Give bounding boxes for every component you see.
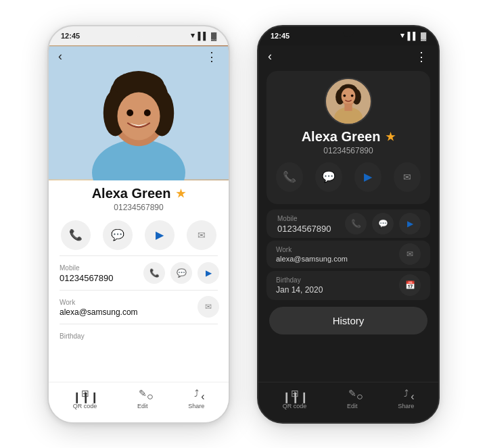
divider-2-light [60, 290, 218, 291]
svg-point-9 [126, 109, 133, 116]
message-button-dark[interactable]: 💬 [315, 162, 342, 192]
svg-rect-18 [344, 103, 352, 110]
mobile-row-light: Mobile 01234567890 📞 💬 ▶ [49, 259, 229, 287]
mobile-call-light[interactable]: 📞 [143, 262, 165, 284]
screen-light: ‹ ⋮ [49, 45, 229, 382]
svg-point-19 [343, 94, 346, 97]
work-row-light: Work alexa@samsung.com ✉ [49, 293, 229, 321]
mobile-video-light[interactable]: ▶ [198, 262, 219, 284]
email-icon-action-dark: ✉ [403, 172, 411, 182]
recent-gesture-dark[interactable]: ❙❙❙ [282, 391, 308, 403]
contact-name-dark: Alexa Green ★ [276, 129, 421, 145]
email-button-dark[interactable]: ✉ [394, 162, 421, 192]
wifi-icon-dark: ▾ [400, 31, 404, 40]
home-gesture-light[interactable]: ○ [147, 391, 154, 403]
back-button-dark[interactable]: ‹ [268, 49, 272, 64]
notch-dark [343, 26, 354, 37]
video-button-dark[interactable]: ▶ [354, 162, 381, 192]
status-icons-dark: ▾ ▌▌ ▓ [400, 31, 426, 40]
action-row-dark: 📞 💬 ▶ ✉ [276, 162, 421, 192]
msg-icon-s-dark: 💬 [378, 219, 388, 228]
video-icon-small-light: ▶ [206, 268, 212, 278]
mobile-actions-light: 📞 💬 ▶ [143, 262, 219, 284]
call-button-light[interactable]: 📞 [61, 220, 91, 250]
divider-1-light [60, 255, 218, 256]
message-icon-light: 💬 [111, 228, 124, 241]
cal-btn-dark[interactable]: 📅 [399, 274, 421, 296]
light-phone: 12:45 ▾ ▌▌ ▓ ‹ ⋮ [47, 25, 230, 424]
svg-point-20 [351, 94, 354, 97]
top-nav-dark: ‹ ⋮ [258, 45, 438, 67]
history-button-dark[interactable]: History [269, 307, 427, 334]
more-button-dark[interactable]: ⋮ [415, 49, 429, 64]
birthday-label-light: Birthday [60, 332, 218, 340]
work-row-dark: Work alexa@samsung.com ✉ [266, 241, 430, 268]
status-icons-light: ▾ ▌▌ ▓ [191, 31, 216, 40]
star-icon-light[interactable]: ★ [176, 187, 185, 200]
mobile-actions-dark: 📞 💬 ▶ [345, 213, 421, 234]
home-gesture-dark[interactable]: ○ [356, 391, 363, 403]
email-btn-dark[interactable]: ✉ [399, 243, 421, 265]
top-nav-light: ‹ ⋮ [49, 45, 229, 67]
contact-phone-top-dark: 01234567890 [276, 146, 421, 155]
work-email-action-light[interactable]: ✉ [198, 296, 219, 318]
gesture-bar-dark: ❙❙❙ ○ ‹ [258, 391, 438, 403]
birthday-row-dark: Birthday Jan 14, 2020 📅 [266, 271, 430, 300]
status-time-light: 12:45 [61, 32, 80, 40]
email-icon-small-light: ✉ [205, 302, 212, 312]
birthday-row-light: Birthday [49, 327, 229, 345]
message-button-light[interactable]: 💬 [103, 220, 133, 250]
back-gesture-dark[interactable]: ‹ [411, 391, 414, 403]
back-gesture-light[interactable]: ‹ [201, 391, 204, 403]
phone-icon-s-dark: 📞 [351, 219, 361, 228]
video-icon-s-dark: ▶ [407, 219, 413, 228]
divider-3-light [60, 324, 218, 324]
phone-icon-dark: 📞 [283, 170, 296, 183]
gesture-bar-light: ❙❙❙ ○ ‹ [49, 391, 229, 403]
msg-icon-small-light: 💬 [177, 268, 187, 278]
call-button-dark[interactable]: 📞 [276, 162, 303, 192]
mobile-msg-light[interactable]: 💬 [170, 262, 192, 284]
mobile-call-dark[interactable]: 📞 [345, 213, 367, 234]
work-label-light: Work [60, 299, 218, 306]
birthday-cal-action-dark[interactable]: 📅 [399, 274, 421, 296]
mobile-video-dark[interactable]: ▶ [399, 213, 421, 234]
svg-point-10 [144, 109, 151, 116]
email-icon-action-light: ✉ [198, 230, 206, 241]
status-bar-light: 12:45 ▾ ▌▌ ▓ [49, 26, 229, 45]
avatar-svg-dark [326, 78, 371, 125]
hero-photo: ‹ ⋮ [49, 45, 229, 180]
dark-contact-card: Alexa Green ★ 01234567890 📞 💬 ▶ ✉ [266, 71, 430, 204]
action-row-light: 📞 💬 ▶ ✉ [49, 220, 229, 250]
notch-light [133, 26, 144, 37]
contact-header-light: Alexa Green ★ 01234567890 [49, 180, 229, 215]
more-button-light[interactable]: ⋮ [206, 49, 219, 64]
status-time-dark: 12:45 [271, 32, 289, 40]
contact-phone-top-light: 01234567890 [60, 203, 218, 212]
battery-icon-dark: ▓ [421, 32, 426, 40]
battery-icon: ▓ [211, 32, 216, 40]
email-button-light[interactable]: ✉ [187, 220, 216, 250]
dark-phone: 12:45 ▾ ▌▌ ▓ ‹ ⋮ [257, 25, 440, 424]
phone-icon-light: 📞 [69, 228, 83, 241]
recent-gesture-light[interactable]: ❙❙❙ [72, 391, 99, 403]
status-bar-dark: 12:45 ▾ ▌▌ ▓ [258, 26, 438, 45]
calendar-icon-dark: 📅 [405, 280, 415, 290]
mobile-row-dark: Mobile 01234567890 📞 💬 ▶ [266, 209, 430, 238]
svg-point-8 [117, 92, 160, 140]
star-icon-dark[interactable]: ★ [386, 130, 395, 143]
email-icon-s-dark: ✉ [407, 249, 413, 259]
contact-name-light: Alexa Green ★ [60, 186, 218, 201]
signal-icon-dark: ▌▌ [407, 32, 418, 40]
back-button-light[interactable]: ‹ [58, 49, 62, 64]
work-value-light: alexa@samsung.com [60, 307, 218, 317]
email-btn-light[interactable]: ✉ [198, 296, 219, 318]
video-icon-light: ▶ [156, 228, 164, 241]
video-button-light[interactable]: ▶ [145, 220, 175, 250]
avatar-dark [325, 78, 372, 125]
signal-icon: ▌▌ [198, 32, 208, 40]
message-icon-dark: 💬 [322, 170, 335, 183]
wifi-icon: ▾ [191, 31, 195, 40]
work-email-action-dark[interactable]: ✉ [399, 243, 421, 265]
mobile-msg-dark[interactable]: 💬 [372, 213, 394, 234]
